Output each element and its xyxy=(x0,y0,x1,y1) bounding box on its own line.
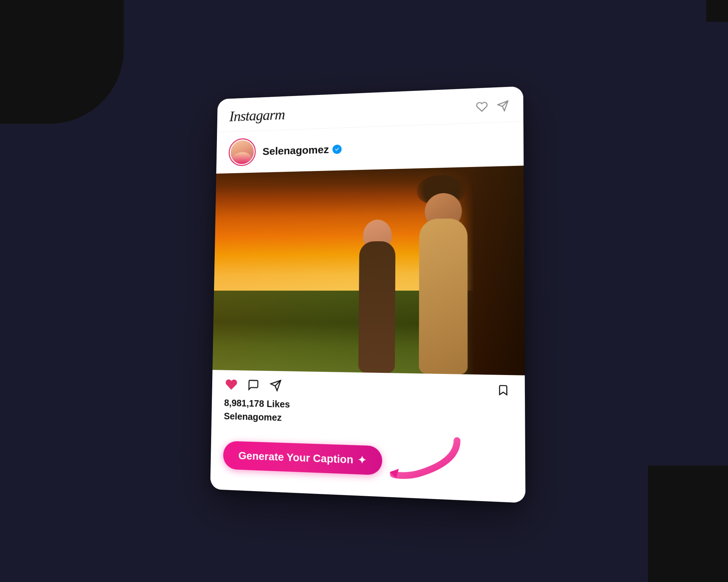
header-action-icons xyxy=(475,99,510,113)
action-left-icons xyxy=(224,377,282,393)
instagram-card: Instagarm xyxy=(210,86,525,503)
arrow-container xyxy=(397,439,464,487)
comment-icon xyxy=(248,379,260,391)
app-logo: Instagarm xyxy=(229,106,285,124)
avatar-face xyxy=(230,140,254,164)
person-male xyxy=(406,181,481,374)
bookmark-button[interactable] xyxy=(495,382,511,398)
send-icon xyxy=(497,100,509,112)
corner-decoration-br xyxy=(648,466,728,582)
bookmark-icon xyxy=(497,384,509,396)
corner-decoration-tr xyxy=(706,0,728,22)
female-body xyxy=(358,241,395,373)
header-send-button[interactable] xyxy=(496,99,510,112)
header-heart-button[interactable] xyxy=(475,100,488,113)
corner-decoration-tl xyxy=(0,0,124,124)
generate-caption-label: Generate Your Caption xyxy=(238,449,353,466)
couple-silhouette xyxy=(312,166,488,374)
post-image xyxy=(213,166,525,375)
generate-caption-button[interactable]: Generate Your Caption ✦ xyxy=(223,441,382,475)
avatar-ring[interactable] xyxy=(229,138,256,166)
heart-outline-icon xyxy=(476,100,488,112)
male-body xyxy=(419,218,468,374)
heart-filled-icon xyxy=(225,378,238,391)
checkmark-icon xyxy=(335,147,340,152)
cta-row: Generate Your Caption ✦ xyxy=(210,424,525,503)
person-female xyxy=(348,197,407,373)
sunset-scene xyxy=(213,166,525,375)
curved-arrow-icon xyxy=(389,431,465,486)
share-icon xyxy=(270,379,282,391)
sparkle-icon: ✦ xyxy=(357,454,366,466)
username-group: Selenagomez xyxy=(262,143,341,157)
verified-badge xyxy=(332,144,341,154)
phone-mockup: Instagarm xyxy=(210,86,525,503)
avatar xyxy=(230,140,254,164)
share-button[interactable] xyxy=(269,378,283,393)
like-button[interactable] xyxy=(224,377,238,392)
profile-username[interactable]: Selenagomez xyxy=(262,143,329,157)
comment-button[interactable] xyxy=(246,378,261,392)
